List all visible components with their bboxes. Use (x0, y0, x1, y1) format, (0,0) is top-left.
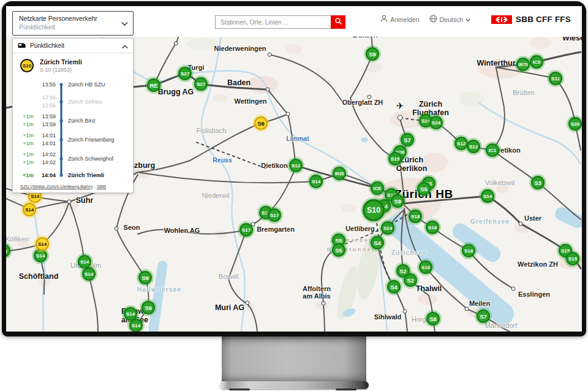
header-bar: Anmelden Deutsch SBB CFF FFS Netzkarte P… (6, 6, 582, 37)
map-badge-re[interactable]: RE (147, 78, 160, 92)
language-label: Deutsch (440, 16, 464, 23)
layer-select-subtitle: Pünktlichkeit (19, 23, 118, 31)
map-label-bremgarten: Bremgarten (257, 226, 295, 233)
map-label-esslingen: Esslingen (518, 291, 550, 298)
map-badge-ic1[interactable]: IC1 (486, 143, 499, 157)
timeline-node (56, 149, 67, 168)
map-badge-s12[interactable]: S12 (454, 137, 468, 150)
stop-time: 14:04 (34, 172, 56, 179)
map-badge-s8[interactable]: S8 (6, 244, 10, 257)
map-badge-s10[interactable]: S10 (363, 199, 385, 221)
map-badge-s12[interactable]: S12 (467, 140, 480, 153)
map-badge-s12[interactable]: S12 (289, 159, 303, 172)
map-badge-s18[interactable]: S18 (462, 244, 475, 257)
timeline-dot (60, 174, 63, 177)
map-badge-s14[interactable]: S14 (34, 249, 47, 262)
station-dot (368, 95, 372, 99)
map-badge-s14[interactable]: S14 (129, 319, 143, 332)
panel-header[interactable]: Pünktlichkeit (13, 39, 133, 53)
train-name: Zürich Triemli (40, 58, 82, 66)
map-badge-s9[interactable]: S9 (366, 47, 379, 61)
map-badge-s3[interactable]: S3 (531, 176, 545, 189)
map-badge-s27[interactable]: S27 (178, 67, 192, 80)
map-label-niederwil: Niederwil (202, 192, 229, 200)
map-badge-s18[interactable]: S18 (426, 221, 439, 234)
map-badge-s14[interactable]: S14 (78, 255, 91, 268)
map-badge-s8[interactable]: S8 (426, 312, 440, 325)
map-label-z-rich-flughafen: Zürich Flughafen (412, 101, 449, 117)
station-dot (266, 88, 270, 92)
language-selector[interactable]: Deutsch (429, 15, 471, 24)
map-badge-s9[interactable]: S9 (138, 271, 152, 284)
search-input[interactable] (215, 15, 331, 29)
map-badge-s2[interactable]: S2 (404, 273, 417, 287)
station-dot (286, 112, 290, 116)
map-label-brugg-ag: Brugg AG (158, 88, 194, 97)
station-dot (398, 115, 403, 121)
map-badge-s27[interactable]: S27 (194, 77, 208, 91)
stop-name: Zürich Friesenberg (67, 137, 133, 143)
login-button[interactable]: Anmelden (380, 15, 419, 24)
search-button[interactable] (331, 15, 345, 29)
map-label-seon: Seon (124, 224, 140, 232)
szu-link[interactable]: SZU (Sihltal-Zürich-Uetliberg-Bahn) (20, 184, 92, 189)
map-label-affoltern-am-albis: Affoltern am Albis (303, 286, 331, 300)
stop-delay: +1m+1m (17, 113, 34, 127)
stop-delay: +1m (17, 172, 34, 179)
stop-row: +1m14:04Zürich Triemli (17, 168, 133, 183)
map-badge-ir75[interactable]: IR75 (516, 58, 530, 71)
sbb-link[interactable]: SBB (97, 184, 106, 189)
station-dot (519, 222, 523, 226)
stop-time: 13:5613:56 (34, 94, 56, 108)
map-badge-ic5[interactable]: IC5 (530, 55, 543, 69)
stop-row: 13:5613:56Zürich Selnau (17, 92, 133, 111)
map-label-volketswil: Volketswil (485, 180, 514, 187)
map-label-baden: Baden (227, 79, 251, 88)
map-badge-s16[interactable]: S16 (419, 260, 432, 274)
map-badge-s14[interactable]: S14 (36, 237, 49, 251)
map-badge-s18[interactable]: S18 (409, 210, 422, 223)
map-badge-s15[interactable]: S15 (388, 152, 402, 165)
map-badge-s9[interactable]: S9 (391, 194, 404, 208)
map-badge-s17[interactable]: S17 (239, 223, 253, 237)
map-badge-s14[interactable]: S14 (23, 203, 36, 216)
map-badge-s4[interactable]: S4 (371, 236, 384, 249)
map-badge-s15[interactable]: S15 (566, 252, 579, 265)
map-badge-s5[interactable]: S5 (332, 243, 345, 257)
stop-row: 13:55Zürich HB SZU (17, 77, 133, 92)
timeline-node (56, 168, 67, 183)
stop-name: Zürich Selnau (67, 99, 133, 105)
monitor-bezel: NiederweningenTurgiBadenBrugg AGWettinge… (2, 1, 586, 336)
map-badge-s24[interactable]: S24 (381, 221, 394, 235)
map-badge-s7[interactable]: S7 (401, 133, 414, 146)
map-badge-s7[interactable]: S7 (477, 309, 490, 323)
map-badge-s9[interactable]: S9 (141, 301, 155, 314)
stop-name: Zürich Schweighof (67, 156, 133, 162)
train-summary: S10 Zürich Triemli S 10 (12853) (13, 53, 133, 77)
map-badge-ir35[interactable]: IR35 (333, 167, 346, 180)
stop-name: Zürich Triemli (67, 172, 133, 178)
stop-delay: +1m+1m (17, 151, 34, 165)
stops-list: 13:55Zürich HB SZU13:5613:56Zürich Selna… (13, 77, 133, 183)
map-badge-s14[interactable]: S14 (82, 267, 96, 281)
sbb-logo[interactable]: SBB CFF FFS (491, 15, 571, 24)
map-badge-s14[interactable]: S14 (481, 189, 494, 203)
chevron-down-icon (121, 18, 128, 29)
map-label-uetliberg: Uetliberg (345, 226, 375, 233)
map-badge-ice[interactable]: ICE (371, 181, 384, 195)
stop-time: 13:55 (34, 81, 56, 88)
map-badge-s17[interactable]: S17 (268, 208, 281, 222)
map-badge-s14[interactable]: S14 (309, 175, 323, 188)
map-label-br-tten: Brütten (513, 89, 534, 97)
map-label-niederweningen: Niederweningen (214, 45, 266, 53)
map-badge-s5[interactable]: S5 (417, 182, 431, 196)
map-badge-s6[interactable]: S6 (254, 116, 268, 130)
map-badge-s4[interactable]: S4 (387, 280, 401, 294)
layer-select-dropdown[interactable]: Netzkarte Personenverkehr Pünktlichkeit (12, 11, 134, 36)
search-icon (334, 17, 342, 27)
screen: NiederweningenTurgiBadenBrugg AGWettinge… (6, 6, 582, 332)
map-badge-s11[interactable]: S11 (549, 72, 562, 85)
map-label-greifensee: Greifensee (470, 218, 510, 225)
map-badge-s24[interactable]: S24 (429, 116, 443, 129)
map-badge-s26[interactable]: S26 (568, 117, 582, 131)
